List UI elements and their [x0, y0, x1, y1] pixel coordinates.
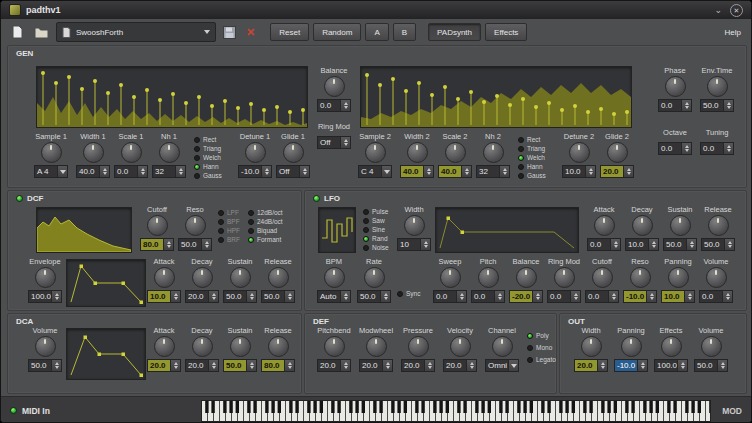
note-combo[interactable]: C 4	[358, 165, 392, 178]
spinbox[interactable]: 40.0	[76, 165, 110, 178]
knob-dial[interactable]	[83, 142, 104, 163]
dcf-adsr-display[interactable]	[66, 259, 146, 307]
close-window-icon[interactable]: ✕	[730, 4, 743, 17]
knob-dial[interactable]	[478, 267, 499, 288]
spinbox[interactable]: 80.0	[140, 238, 174, 251]
knob-dial[interactable]	[707, 76, 728, 97]
spin-arrows[interactable]	[51, 291, 61, 302]
radio-option-hpf[interactable]: HPF	[218, 227, 240, 234]
spin-arrows[interactable]	[499, 166, 509, 177]
spinbox[interactable]: 20.0	[600, 165, 634, 178]
spinbox[interactable]: Off	[276, 165, 310, 178]
knob-dial[interactable]	[365, 142, 386, 163]
knob-dial[interactable]	[607, 142, 628, 163]
channel-combo[interactable]: Omni	[485, 359, 519, 372]
knob-dial[interactable]	[440, 267, 461, 288]
spin-arrows[interactable]	[340, 137, 350, 148]
spinbox[interactable]: 50.0	[223, 359, 257, 372]
spin-arrows[interactable]	[246, 360, 256, 371]
spin-arrows[interactable]	[340, 360, 350, 371]
delete-preset-button[interactable]: ✕	[243, 22, 258, 42]
radio-option-sine[interactable]: Sine	[363, 226, 389, 233]
spin-arrows[interactable]	[494, 291, 504, 302]
a-button[interactable]: A	[365, 23, 388, 41]
spinbox[interactable]: -10.0	[614, 359, 648, 372]
knob-dial[interactable]	[154, 336, 175, 357]
radio-option-pulse[interactable]: Pulse	[363, 208, 389, 215]
spinbox[interactable]: 50.0	[663, 238, 697, 251]
knob-dial[interactable]	[701, 336, 722, 357]
spinbox[interactable]: 50.0	[357, 290, 391, 303]
dcf-filter-display[interactable]	[36, 207, 132, 253]
spinbox[interactable]: 0.0	[547, 290, 581, 303]
spinbox[interactable]: 20.0	[401, 359, 435, 372]
b-button[interactable]: B	[393, 23, 416, 41]
spin-arrows[interactable]	[466, 360, 476, 371]
spin-arrows[interactable]	[724, 239, 734, 250]
knob-dial[interactable]	[245, 142, 266, 163]
knob-dial[interactable]	[665, 76, 686, 97]
knob-dial[interactable]	[324, 336, 345, 357]
spin-arrows[interactable]	[299, 166, 309, 177]
radio-option-brf[interactable]: BRF	[218, 236, 240, 243]
spinbox[interactable]: 50.0	[701, 238, 735, 251]
spinbox[interactable]: -10.0	[623, 290, 657, 303]
titlebar[interactable]: padthv1 ⌄ ✕	[1, 1, 751, 19]
dropdown-arrow-icon[interactable]	[204, 30, 210, 34]
knob-dial[interactable]	[185, 215, 206, 236]
spinbox[interactable]: 0.0	[658, 99, 692, 112]
spinbox[interactable]: 0.0	[699, 290, 733, 303]
spin-arrows[interactable]	[717, 360, 727, 371]
spinbox[interactable]: 10	[397, 238, 431, 251]
spin-arrows[interactable]	[686, 239, 696, 250]
knob-dial[interactable]	[283, 142, 304, 163]
knob-dial[interactable]	[324, 76, 345, 97]
note-combo[interactable]: A 4	[34, 165, 68, 178]
piano-keyboard[interactable]	[201, 400, 711, 422]
random-button[interactable]: Random	[313, 23, 361, 41]
lfo-led[interactable]	[313, 195, 320, 202]
spinbox[interactable]: 0.0	[700, 142, 734, 155]
spinbox[interactable]: -10.0	[238, 165, 272, 178]
spin-arrows[interactable]	[456, 291, 466, 302]
spinbox[interactable]: Off	[317, 136, 351, 149]
spin-arrows[interactable]	[170, 291, 180, 302]
knob-dial[interactable]	[483, 142, 504, 163]
knob-dial[interactable]	[632, 215, 653, 236]
help-button[interactable]: Help	[722, 23, 744, 41]
spinbox[interactable]: 80.0	[261, 359, 295, 372]
spinbox[interactable]: 50.0	[694, 359, 728, 372]
knob-dial[interactable]	[324, 267, 345, 288]
dropdown-arrow-icon[interactable]	[508, 360, 518, 371]
spinbox[interactable]: 50.0	[28, 359, 62, 372]
lfo-shape-display[interactable]	[318, 207, 356, 253]
spinbox[interactable]: 32	[152, 165, 186, 178]
spinbox[interactable]: 10.0	[625, 238, 659, 251]
knob-dial[interactable]	[581, 336, 602, 357]
spin-arrows[interactable]	[170, 360, 180, 371]
knob-dial[interactable]	[661, 336, 682, 357]
spin-arrows[interactable]	[284, 360, 294, 371]
spinbox[interactable]: 40.0	[438, 165, 472, 178]
radio-option-hann[interactable]: Hann	[518, 163, 546, 170]
spin-arrows[interactable]	[681, 100, 691, 111]
tab-padsynth[interactable]: PADsynth	[428, 23, 481, 41]
radio-option-biquad[interactable]: Biquad	[248, 227, 283, 234]
spin-arrows[interactable]	[423, 166, 433, 177]
knob-dial[interactable]	[147, 215, 168, 236]
spinbox[interactable]: 0.0	[587, 238, 621, 251]
spin-arrows[interactable]	[208, 360, 218, 371]
spinbox[interactable]: 0.0	[433, 290, 467, 303]
spin-arrows[interactable]	[461, 166, 471, 177]
spin-arrows[interactable]	[284, 291, 294, 302]
spinbox[interactable]: 20.0	[317, 359, 351, 372]
radio-option-triang[interactable]: Triang	[518, 145, 546, 152]
knob-dial[interactable]	[408, 336, 429, 357]
dropdown-arrow-icon[interactable]	[381, 166, 391, 177]
dcf-led[interactable]	[16, 195, 23, 202]
spin-arrows[interactable]	[648, 239, 658, 250]
spinbox[interactable]: 100.0	[28, 290, 62, 303]
tab-effects[interactable]: Effects	[485, 23, 527, 41]
radio-option-mono[interactable]: Mono	[527, 344, 556, 351]
spinbox[interactable]: 20.0	[443, 359, 477, 372]
